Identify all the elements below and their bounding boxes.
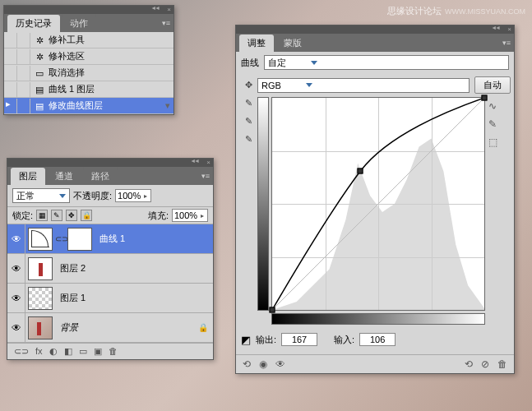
layer-row[interactable]: 👁⊂⊃曲线 1 [7,224,213,254]
eyedropper-white-icon[interactable]: ✎ [242,132,255,145]
tab-channels[interactable]: 通道 [47,168,81,185]
visibility-icon[interactable]: 👁 [7,254,25,284]
visibility-icon[interactable]: 👁 [7,313,25,343]
collapse-icon[interactable]: × [507,25,511,33]
curve-point-shadow[interactable] [270,307,275,313]
bw-point-icon[interactable]: ◩ [241,334,251,346]
curve-mode-icon[interactable]: ∿ [488,100,497,112]
history-item[interactable]: ✲修补选区 [4,48,173,65]
visibility-icon[interactable]: 👁 [7,284,25,313]
history-item[interactable]: ✲修补工具 [4,32,173,48]
panel-dragbar[interactable]: × [7,159,213,167]
output-value[interactable]: 167 [281,333,317,346]
history-brush-cell [19,99,30,113]
link-icon[interactable]: ⊂⊃ [55,234,65,243]
tab-paths[interactable]: 路径 [83,168,118,185]
adjustment-icon[interactable]: ◧ [64,346,72,357]
layer-row[interactable]: 👁背景🔒 [7,313,213,343]
layer-name[interactable]: 曲线 1 [99,233,125,245]
layer-name[interactable]: 背景 [60,321,78,334]
panel-menu-icon[interactable]: ▾≡ [162,19,170,27]
curve-point-highlight[interactable] [482,95,488,101]
visibility-icon[interactable]: 👁 [275,358,285,370]
layer-thumb[interactable] [28,257,53,280]
panel-menu-icon[interactable]: ▾≡ [201,172,210,180]
panel-menu-icon[interactable]: ▾≡ [502,39,511,47]
layer-thumb[interactable] [28,228,53,251]
new-layer-icon[interactable]: ▣ [94,346,102,357]
tab-actions[interactable]: 动作 [62,15,96,32]
lock-all-icon[interactable]: 🔒 [81,210,92,221]
preset-select[interactable]: 自定 [264,55,509,70]
eyedropper-tools: ✥ ✎ ✎ ✎ [239,76,257,325]
layer-row[interactable]: 👁图层 1 [7,284,213,313]
history-item[interactable]: ▤曲线 1 图层 [4,81,173,98]
history-item[interactable]: ▭取消选择 [4,65,173,81]
history-step-icon: ▤ [34,100,45,112]
channel-select[interactable]: RGB [257,78,470,93]
reset-icon[interactable]: ⟲ [465,358,473,370]
lock-paint-icon[interactable]: ✎ [51,210,62,221]
curve-side-tools: ∿ ✎ ⬚ [485,97,500,311]
history-label: 取消选择 [49,67,85,79]
group-icon[interactable]: ▭ [79,346,87,357]
collapse-icon[interactable]: × [206,159,210,166]
history-label: 曲线 1 图层 [49,83,95,95]
history-label: 修改曲线图层 [49,99,103,112]
layer-name[interactable]: 图层 2 [60,262,86,275]
curve-line [272,98,484,310]
adjustments-panel: × 调整 蒙版 ▾≡ 曲线 自定 ✥ ✎ ✎ ✎ RGB 自动 [235,25,515,374]
blend-mode-select[interactable]: 正常 [12,188,70,203]
eyedropper-gray-icon[interactable]: ✎ [242,114,255,127]
mask-icon[interactable]: ◐ [49,346,58,357]
curves-label: 曲线 [241,57,259,69]
curve-point-mid[interactable] [358,169,363,174]
panel-dragbar[interactable]: × [4,6,173,14]
lock-pixels-icon[interactable]: ▦ [36,210,48,221]
mask-thumb[interactable] [67,228,92,251]
history-label: 修补工具 [49,34,85,46]
lock-position-icon[interactable]: ✥ [66,210,77,221]
layer-thumb[interactable] [28,287,53,310]
tab-layers[interactable]: 图层 [11,168,45,185]
input-value[interactable]: 106 [359,333,396,346]
lock-label: 锁定: [12,210,33,222]
visibility-icon[interactable]: 👁 [7,224,25,254]
layer-thumb[interactable] [28,316,53,339]
layer-name[interactable]: 图层 1 [60,292,86,304]
auto-button[interactable]: 自动 [474,76,511,94]
chevron-down-icon [306,83,312,87]
adjust-tabs: 调整 蒙版 ▾≡ [236,34,514,52]
collapse-icon[interactable]: × [167,6,171,13]
panel-dragbar[interactable]: × [236,25,514,34]
tab-mask[interactable]: 蒙版 [275,35,310,52]
curves-grid[interactable] [271,97,485,311]
clip-layer-icon[interactable]: ◉ [259,358,267,370]
history-item[interactable]: ▸▤修改曲线图层▾ [4,98,173,114]
trash-icon[interactable]: 🗑 [109,346,118,357]
pencil-mode-icon[interactable]: ✎ [488,118,497,130]
clip-icon[interactable]: ⬚ [488,136,497,148]
link-icon[interactable]: ⊂⊃ [14,346,29,357]
history-brush-cell [19,49,30,64]
layers-panel: × 图层 通道 路径 ▾≡ 正常 不透明度: 100%▸ 锁定: ▦ ✎ ✥ 🔒… [7,158,214,360]
target-adjust-icon[interactable]: ✥ [242,78,255,91]
delete-icon[interactable]: 🗑 [497,358,507,370]
svg-line-1 [272,98,484,310]
layer-row[interactable]: 👁图层 2 [7,254,213,284]
return-icon[interactable]: ⟲ [243,358,251,370]
chevron-right-icon: ▸ [201,212,206,219]
history-tabs: 历史记录 动作 ▾≡ [4,14,173,32]
history-list: ✲修补工具✲修补选区▭取消选择▤曲线 1 图层▸▤修改曲线图层▾ [4,32,173,114]
fill-input[interactable]: 100%▸ [172,209,208,222]
fx-icon[interactable]: fx [35,346,43,357]
chevron-down-icon[interactable]: ▾ [162,100,173,111]
history-step-icon: ▤ [34,84,45,95]
tab-history[interactable]: 历史记录 [7,15,60,32]
previous-icon[interactable]: ⊘ [481,358,489,370]
tab-adjust[interactable]: 调整 [239,35,274,52]
history-step-icon: ✲ [34,51,45,62]
eyedropper-black-icon[interactable]: ✎ [242,96,255,109]
history-snapshot-cell [6,82,17,97]
opacity-input[interactable]: 100%▸ [115,189,151,202]
